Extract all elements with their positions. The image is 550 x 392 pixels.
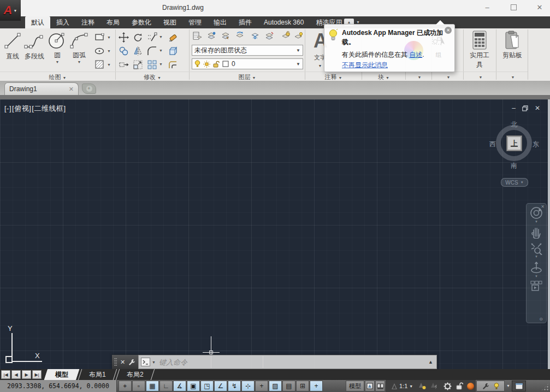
rectangle-tool-button[interactable]	[94, 32, 105, 43]
toggle-dynamic-input[interactable]: ⊹	[241, 381, 255, 391]
app-menu-button[interactable]: A ▼	[0, 0, 21, 21]
resize-grip-icon[interactable]	[541, 383, 549, 391]
workspace-switch-button[interactable]	[441, 381, 453, 391]
rotate-button[interactable]	[132, 32, 143, 43]
annotation-panel-label[interactable]: 注释▼	[305, 73, 362, 81]
explode-button[interactable]	[167, 45, 178, 56]
layer-dropdown[interactable]: 0 ▼	[192, 58, 303, 69]
command-line-handle[interactable]: ✕	[112, 355, 138, 369]
quick-view-drawings-button[interactable]	[375, 381, 385, 391]
viewport-view-control[interactable]: [俯视]	[12, 104, 31, 112]
layer-off-button[interactable]	[264, 31, 275, 41]
viewport-style-control[interactable]: [二维线框]	[32, 104, 66, 112]
mirror-button[interactable]	[132, 45, 143, 56]
ellipse-tool-button[interactable]	[94, 45, 105, 56]
viewport-restore-icon[interactable]	[522, 105, 528, 111]
tool-polyline-button[interactable]: 多段线	[23, 31, 46, 61]
tab-autodesk360[interactable]: Autodesk 360	[258, 16, 310, 28]
minimize-button[interactable]: –	[481, 2, 493, 12]
layout-tab-layout2[interactable]: 布局2	[115, 369, 154, 380]
chevron-down-icon[interactable]: ▼	[527, 275, 546, 278]
wcs-menu-button[interactable]: WCS▼	[501, 178, 528, 187]
viewcube-west[interactable]: 西	[489, 140, 496, 149]
command-history-up-icon[interactable]: ▲	[425, 359, 436, 365]
stretch-button[interactable]	[118, 59, 129, 70]
wrench-icon[interactable]	[482, 383, 489, 390]
toggle-polar-tracking[interactable]: ∡	[173, 381, 186, 391]
toggle-3d-object-snap[interactable]: ◳	[200, 381, 214, 391]
orbit-icon[interactable]	[530, 260, 543, 275]
chevron-down-icon[interactable]: ▼	[318, 64, 322, 68]
chevron-down-icon[interactable]: ▼	[527, 255, 546, 258]
zoom-icon[interactable]	[530, 242, 543, 255]
first-layout-button[interactable]: |◀	[1, 370, 10, 379]
isolate-objects-button[interactable]	[465, 381, 476, 391]
quick-view-layouts-button[interactable]	[365, 381, 375, 391]
viewcube-south[interactable]: 南	[511, 161, 517, 170]
tab-parametric[interactable]: 参数化	[126, 16, 157, 28]
erase-button[interactable]	[167, 32, 178, 43]
model-space-button[interactable]: 模型	[346, 381, 364, 391]
navigation-wheel-icon[interactable]	[529, 206, 543, 220]
status-tools-group[interactable]	[476, 381, 505, 391]
block-panel-label[interactable]: 块▼	[362, 73, 405, 81]
fillet-button[interactable]	[146, 45, 157, 56]
bulb-icon[interactable]	[494, 383, 499, 390]
prev-layout-button[interactable]: ◀	[11, 370, 21, 379]
layer-properties-button[interactable]	[192, 31, 203, 41]
chevron-down-icon[interactable]: ▼	[69, 60, 90, 64]
chevron-down-icon[interactable]: ▼	[107, 63, 111, 67]
wrench-icon[interactable]	[128, 359, 135, 366]
new-tab-button[interactable]: +	[82, 84, 96, 94]
toggle-ortho-mode[interactable]: ∟	[159, 381, 173, 391]
navigation-bar[interactable]: ✕ ▼ ▼ ▼ ⊖	[526, 203, 547, 323]
tab-view[interactable]: 视图	[157, 16, 182, 28]
viewport-close-icon[interactable]: ✕	[535, 104, 540, 112]
viewport-minimize-icon[interactable]: –	[512, 104, 516, 112]
tool-circle-button[interactable]: 圆 ▼	[48, 31, 67, 64]
toggle-snap-mode[interactable]: ▫	[132, 381, 145, 391]
ribbon-collapse-options-icon[interactable]: ▼	[356, 20, 360, 24]
toggle-transparency[interactable]: ▨	[269, 381, 282, 391]
group-panel-label[interactable]: ▼	[432, 73, 463, 80]
tab-plugins[interactable]: 插件	[233, 16, 258, 28]
toggle-object-snap-tracking[interactable]: ∠	[214, 381, 227, 391]
viewcube-east[interactable]: 东	[533, 140, 539, 149]
layers-panel-label[interactable]: 图层▼	[190, 73, 305, 81]
tool-line-button[interactable]: 直线	[3, 31, 22, 61]
annotation-visibility-button[interactable]	[416, 381, 428, 391]
command-close-icon[interactable]: ✕	[120, 359, 125, 366]
chevron-down-icon[interactable]: ▼	[527, 220, 546, 223]
chevron-down-icon[interactable]: ▼	[152, 360, 156, 364]
annotation-autoscale-button[interactable]	[428, 381, 440, 391]
ui-lock-button[interactable]	[454, 381, 465, 391]
toggle-infer-constraints[interactable]: ⌖	[119, 381, 132, 391]
command-line-bar[interactable]: ✕ ▼ ▲	[112, 355, 437, 369]
draw-panel-label[interactable]: 绘图▼	[0, 73, 115, 81]
chevron-down-icon[interactable]: ▼	[107, 35, 111, 39]
last-layout-button[interactable]: ▶|	[32, 370, 42, 379]
toggle-annotation-monitor[interactable]: +	[310, 381, 323, 391]
tab-output[interactable]: 输出	[208, 16, 233, 28]
chevron-down-icon[interactable]: ▼	[159, 35, 163, 39]
layer-isolate-button[interactable]	[220, 31, 231, 41]
tab-insert[interactable]: 插入	[50, 16, 75, 28]
tab-layout[interactable]: 布局	[100, 16, 126, 28]
toggle-selection-cycling[interactable]: ⊞	[296, 381, 309, 391]
toggle-lineweight[interactable]: +	[255, 381, 268, 391]
utilities-tool-button[interactable]: 实用工具	[468, 31, 492, 69]
utilities-panel-label[interactable]: ▼	[464, 73, 496, 80]
move-button[interactable]	[118, 32, 129, 43]
tab-manage[interactable]: 管理	[182, 16, 208, 28]
command-prompt-icon[interactable]	[141, 358, 150, 366]
clipboard-panel-label[interactable]: ▼	[496, 73, 528, 80]
next-layout-button[interactable]: ▶	[22, 370, 31, 379]
layout-tab-layout1[interactable]: 布局1	[78, 369, 117, 380]
properties-panel-label[interactable]: ▼	[406, 73, 431, 80]
navbar-customize-icon[interactable]: ⊖	[539, 317, 543, 322]
clipboard-tool-button[interactable]: 剪贴板	[500, 31, 524, 60]
toggle-dynamic-ucs[interactable]: ↯	[228, 381, 241, 391]
command-input[interactable]	[159, 358, 425, 366]
tab-home[interactable]: 默认	[25, 16, 50, 28]
maximize-button[interactable]	[507, 2, 519, 12]
